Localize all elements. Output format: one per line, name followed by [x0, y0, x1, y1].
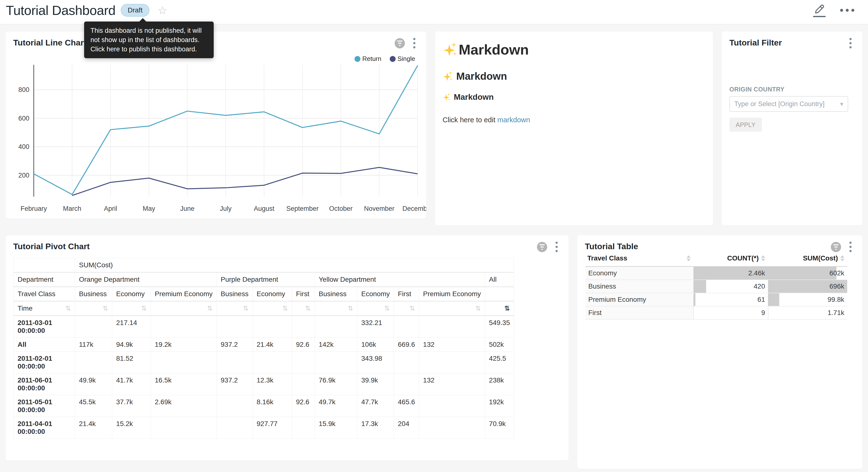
pivot-value-cell	[75, 316, 112, 338]
pivot-leaf-header[interactable]: Business	[75, 287, 112, 301]
pivot-leaf-header[interactable]: Premium Economy	[151, 287, 217, 301]
sort-icon[interactable]: ⇅	[348, 304, 353, 312]
pivot-leaf-header[interactable]: First	[292, 287, 315, 301]
pivot-value-cell: 343.98	[357, 352, 394, 374]
pivot-leaf-header[interactable]: Business	[217, 287, 253, 301]
sort-icon[interactable]: ⇅	[102, 304, 108, 312]
markdown-card[interactable]: Markdown Markdown Markdown Click here to	[435, 32, 713, 226]
count-cell: 2.46k	[693, 267, 768, 280]
pivot-group-header[interactable]: Yellow Department	[315, 272, 485, 287]
pivot-value-cell: 92.6	[292, 338, 315, 352]
pivot-value-cell: 70.9k	[485, 417, 514, 439]
markdown-heading-2: Markdown	[442, 70, 706, 82]
pivot-row: 2011-06-01 00:00:0049.9k41.7k16.5k937.21…	[14, 374, 514, 395]
pivot-leaf-header[interactable]: Economy	[357, 287, 394, 301]
sort-icon[interactable]: ⇅	[475, 304, 481, 312]
pivot-chart-options-button[interactable]	[555, 241, 559, 253]
sort-icon[interactable]: ⇅	[65, 304, 71, 312]
pivot-value-cell: 19.2k	[151, 338, 217, 352]
draft-badge[interactable]: Draft	[121, 4, 149, 17]
pivot-value-cell: 8.16k	[253, 395, 292, 417]
x-axis-tick: June	[180, 205, 195, 212]
chevron-down-icon: ▾	[840, 100, 843, 108]
time-label: Time	[18, 304, 33, 312]
pivot-sort-cell: ⇅	[485, 301, 514, 316]
table-row: Premium Economy6199.8k	[585, 293, 847, 306]
favorite-star-icon[interactable]: ☆	[158, 4, 167, 17]
value-bar	[768, 306, 768, 319]
pivot-row-label: 2011-03-01 00:00:00	[14, 316, 75, 338]
pivot-sort-cell: ⇅	[394, 301, 419, 316]
pivot-group-header[interactable]: All	[485, 272, 514, 287]
sort-icon[interactable]: ⇅	[207, 304, 213, 312]
sort-icon[interactable]: ⇅	[305, 304, 311, 312]
sort-icon[interactable]: ⇅	[282, 304, 288, 312]
x-axis-tick: September	[286, 205, 319, 212]
sum-cell: 99.8k	[768, 293, 847, 306]
column-header-travel-class[interactable]: Travel Class	[585, 254, 693, 267]
pivot-value-cell: 549.35	[485, 316, 514, 338]
sort-carets-icon	[761, 255, 765, 261]
more-actions-button[interactable]	[840, 9, 854, 12]
apply-button[interactable]: APPLY	[730, 118, 762, 132]
sort-icon[interactable]: ⇅	[141, 304, 147, 312]
pivot-row-label: 2011-04-01 00:00:00	[14, 417, 75, 439]
sparkles-icon	[442, 71, 454, 82]
pivot-value-cell	[394, 374, 419, 395]
origin-country-select[interactable]: Type or Select [Origin Country] ▾	[730, 96, 848, 112]
pivot-leaf-header[interactable]: Economy	[253, 287, 292, 301]
pivot-leaf-header[interactable]	[485, 287, 514, 301]
sort-icon[interactable]: ⇅	[243, 304, 249, 312]
line-chart-canvas[interactable]: 200400600800FebruaryMarchAprilMayJuneJul…	[6, 32, 426, 218]
filter-card: Tutorial Filter ORIGIN COUNTRY Type or S…	[722, 32, 862, 226]
pivot-value-cell	[75, 352, 112, 374]
pivot-value-cell: 2.69k	[151, 395, 217, 417]
pivot-group-header[interactable]: Orange Department	[75, 272, 217, 287]
pencil-icon	[814, 4, 825, 15]
pivot-value-cell	[419, 395, 485, 417]
kebab-menu-icon	[849, 242, 851, 244]
pivot-chart-actions	[537, 241, 559, 253]
filter-card-options-button[interactable]	[848, 37, 852, 50]
value-bar	[768, 267, 836, 279]
pivot-value-cell: 49.7k	[315, 395, 357, 417]
pivot-table: SUM(Cost)DepartmentOrange DepartmentPurp…	[13, 258, 514, 439]
pivot-leaf-header[interactable]: Premium Economy	[419, 287, 485, 301]
pivot-value-cell	[292, 316, 315, 338]
pivot-value-cell: 17.3k	[357, 417, 394, 439]
pivot-leaf-header[interactable]: Economy	[112, 287, 151, 301]
pivot-row-label: 2011-06-01 00:00:00	[14, 374, 75, 395]
series-line-single[interactable]	[72, 168, 417, 196]
pivot-row-label: 2011-02-01 00:00:00	[14, 352, 75, 374]
sort-icon[interactable]: ⇅	[384, 304, 390, 312]
sum-cell: 696k	[768, 280, 847, 293]
markdown-edit-link[interactable]: markdown	[497, 116, 530, 124]
pivot-value-cell: 45.5k	[75, 395, 112, 417]
sort-icon[interactable]: ⇅	[409, 304, 415, 312]
markdown-paragraph: Click here to edit markdown	[442, 116, 706, 124]
pivot-group-header[interactable]: Purple Department	[217, 272, 315, 287]
count-cell: 9	[693, 306, 768, 319]
pivot-value-cell: 927.77	[253, 417, 292, 439]
pivot-row: 2011-03-01 00:00:00217.14332.21549.35	[14, 316, 514, 338]
filter-indicator-icon[interactable]	[537, 242, 547, 252]
table-card-title: Tutorial Table	[585, 242, 638, 251]
pivot-chart-title: Tutorial Pivot Chart	[13, 242, 90, 251]
sort-descending-icon[interactable]: ⇅	[504, 304, 510, 312]
pivot-leaf-header[interactable]: Business	[315, 287, 357, 301]
x-axis-tick: May	[143, 205, 155, 212]
origin-country-label: ORIGIN COUNTRY	[730, 86, 785, 93]
edit-dashboard-button[interactable]	[812, 4, 827, 17]
page-title: Tutorial Dashboard	[6, 3, 115, 18]
pivot-value-cell: 41.7k	[112, 374, 151, 395]
filter-indicator-icon[interactable]	[831, 242, 841, 252]
pivot-leaf-header[interactable]: First	[394, 287, 419, 301]
sort-carets-icon	[840, 255, 844, 261]
column-header-count-[interactable]: COUNT(*)	[693, 254, 768, 267]
unpublished-tooltip[interactable]: This dashboard is not published, it will…	[84, 22, 214, 58]
pivot-value-cell: 94.9k	[112, 338, 151, 352]
column-header-sum-cost-[interactable]: SUM(Cost)	[768, 254, 847, 267]
pivot-value-cell: 132	[419, 374, 485, 395]
table-card-options-button[interactable]	[848, 241, 852, 253]
sum-cell: 602k	[768, 267, 847, 280]
